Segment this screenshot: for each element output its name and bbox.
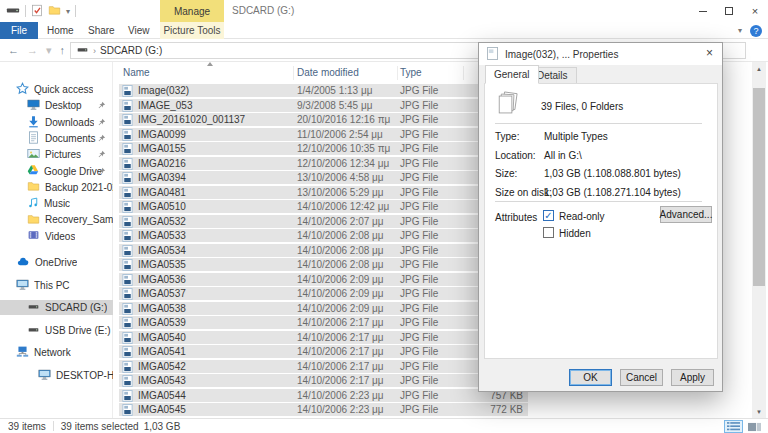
close-button[interactable]: × (742, 0, 768, 22)
file-name: IMGA0544 (138, 389, 186, 402)
file-row[interactable]: IMGA054114/10/2006 2:17 μμJPG File (119, 345, 528, 358)
file-row[interactable]: IMGA054014/10/2006 2:17 μμJPG File (119, 331, 528, 344)
sidebar-item-usb-drive-e-[interactable]: USB Drive (E:) (0, 323, 113, 338)
file-row[interactable]: IMGA053814/10/2006 2:09 μμJPG File (119, 302, 528, 315)
file-row[interactable]: IMGA053514/10/2006 2:08 μμJPG File (119, 258, 528, 271)
file-size: 772 KB (490, 403, 523, 416)
breadcrumb-chevron-icon: › (93, 46, 96, 56)
forward-icon[interactable]: → (27, 44, 38, 56)
sidebar-item-label: DESKTOP-HU849T5 (56, 370, 113, 381)
tab-share[interactable]: Share (88, 22, 115, 39)
file-row[interactable]: IMGA053314/10/2006 2:08 μμJPG File (119, 229, 528, 242)
column-header-date-modified[interactable]: Date modified (297, 67, 359, 78)
sidebar-item-onedrive[interactable]: OneDrive (0, 255, 113, 270)
sidebar-item-pictures[interactable]: Pictures (0, 147, 113, 162)
file-name: IMGA0510 (138, 200, 186, 213)
file-row[interactable]: IMGA021612/10/2006 12:34 μμJPG File (119, 157, 528, 170)
file-row[interactable]: IMGA053614/10/2006 2:09 μμJPG File (119, 273, 528, 286)
file-row[interactable]: IMGA051014/10/2006 12:42 μμJPG File (119, 200, 528, 213)
column-header-type[interactable]: Type (400, 67, 422, 78)
thumbnails-view-button[interactable] (745, 420, 764, 433)
tab-view[interactable]: View (128, 22, 150, 39)
file-type: JPG File (400, 374, 438, 387)
separator (25, 5, 26, 17)
desktop-icon (27, 98, 40, 113)
file-row[interactable]: IMGA053714/10/2006 2:09 μμJPG File (119, 287, 528, 300)
file-row[interactable]: IMG_20161020_00113720/10/2016 12:16 πμJP… (119, 113, 528, 126)
sidebar-item-desktop[interactable]: Desktop (0, 98, 113, 113)
selection-size: 1,03 GB (144, 421, 181, 432)
pin-icon (97, 167, 106, 178)
file-row[interactable]: IMGA054514/10/2006 2:23 μμJPG File772 KB (119, 403, 528, 416)
file-row[interactable]: IMGA054214/10/2006 2:17 μμJPG File (119, 360, 528, 373)
sidebar-item-quick-access[interactable]: Quick access (0, 82, 113, 97)
field-value: 1,03 GB (1.108.088.801 bytes) (544, 168, 681, 179)
file-date-modified: 20/10/2016 12:16 πμ (297, 113, 390, 126)
sidebar-item-label: Desktop (45, 100, 82, 111)
sidebar-item-downloads[interactable]: Downloads (0, 115, 113, 130)
sidebar-item-desktop-hu849t5[interactable]: DESKTOP-HU849T5 (0, 368, 113, 383)
drive-icon (27, 301, 40, 314)
status-separator (53, 421, 54, 431)
tab-home[interactable]: Home (47, 22, 74, 39)
drive-icon (6, 3, 20, 19)
file-row[interactable]: IMGA039413/10/2006 4:58 μμJPG File (119, 171, 528, 184)
sidebar-item-sdcard-g-[interactable]: SDCARD (G:) (0, 300, 113, 315)
sidebar-item-google-drive[interactable]: Google Drive (0, 164, 113, 179)
scroll-down-icon[interactable]: ▼ (752, 405, 766, 418)
ok-button[interactable]: OK (569, 369, 612, 386)
file-row[interactable]: IMGA048113/10/2006 5:29 μμJPG File (119, 186, 528, 199)
file-type: JPG File (400, 99, 438, 112)
recent-locations-chevron-icon[interactable]: ▾ (46, 44, 52, 57)
file-date-modified: 14/10/2006 2:23 μμ (297, 403, 384, 416)
sidebar-item-videos[interactable]: Videos (0, 229, 113, 244)
sidebar-item-backup-2021-02-07[interactable]: Backup 2021-02-07 (0, 180, 113, 195)
help-icon[interactable]: ? (750, 25, 762, 37)
file-row[interactable]: IMGA009911/10/2006 2:54 μμJPG File (119, 128, 528, 141)
maximize-button[interactable] (716, 0, 742, 22)
dialog-tab-general[interactable]: General (485, 65, 539, 84)
file-row[interactable]: Image(032)1/4/2005 1:13 μμJPG File (119, 84, 528, 97)
sort-ascending-icon (207, 62, 213, 66)
file-row[interactable]: IMGA053414/10/2006 2:08 μμJPG File (119, 244, 528, 257)
onedrive-cloud-icon (16, 256, 30, 270)
sidebar-item-this-pc[interactable]: This PC (0, 278, 113, 293)
back-icon[interactable]: ← (8, 44, 19, 56)
sidebar-item-music[interactable]: Music (0, 196, 113, 211)
qat-customize-chevron-icon[interactable]: ▾ (66, 7, 70, 16)
file-row[interactable]: IMGA015512/10/2006 10:35 πμJPG File (119, 142, 528, 155)
breadcrumb[interactable]: SDCARD (G:) (100, 45, 162, 56)
up-icon[interactable]: ↑ (60, 44, 66, 56)
file-row[interactable]: IMGA053914/10/2006 2:17 μμJPG File (119, 316, 528, 329)
manage-label: Manage (174, 6, 210, 17)
dialog-close-icon[interactable]: × (706, 46, 713, 60)
ribbon-tab-row: File Home Share View Picture Tools ▾ ? (0, 22, 768, 39)
apply-button[interactable]: Apply (671, 369, 714, 386)
tab-picture-tools[interactable]: Picture Tools (160, 22, 224, 39)
new-folder-icon[interactable] (48, 4, 61, 18)
ribbon-collapse-icon[interactable]: ▾ (738, 26, 742, 35)
advanced-button[interactable]: Advanced... (660, 206, 712, 223)
sidebar-item-network[interactable]: Network (0, 345, 113, 360)
file-row[interactable]: IMGA054314/10/2006 2:17 μμJPG File (119, 374, 528, 387)
sidebar-item-recovery-sample-c[interactable]: Recovery_Sample_C (0, 212, 113, 227)
minimize-button[interactable] (690, 0, 716, 22)
vertical-scrollbar[interactable]: ▲ ▼ (752, 62, 766, 418)
scrollbar-thumb[interactable] (753, 88, 765, 286)
file-type: JPG File (400, 157, 438, 170)
sidebar-item-label: Downloads (45, 117, 94, 128)
file-row[interactable]: IMGA053214/10/2006 2:07 μμJPG File (119, 215, 528, 228)
details-view-button[interactable] (724, 420, 743, 433)
contextual-group-manage[interactable]: Manage (160, 0, 224, 22)
column-header-name[interactable]: Name (123, 67, 150, 78)
file-row[interactable]: IMAGE_0539/3/2008 5:45 μμJPG File (119, 99, 528, 112)
file-row[interactable]: IMGA054414/10/2006 2:23 μμJPG File757 KB (119, 389, 528, 402)
read-only-checkbox[interactable]: ✓ (543, 210, 554, 221)
tab-file[interactable]: File (0, 22, 38, 39)
cancel-button[interactable]: Cancel (620, 369, 663, 386)
file-type: JPG File (400, 229, 438, 242)
properties-shortcut-icon[interactable] (31, 4, 43, 19)
sidebar-item-documents[interactable]: Documents (0, 131, 113, 146)
hidden-checkbox[interactable] (543, 227, 554, 238)
scroll-up-icon[interactable]: ▲ (752, 62, 766, 75)
